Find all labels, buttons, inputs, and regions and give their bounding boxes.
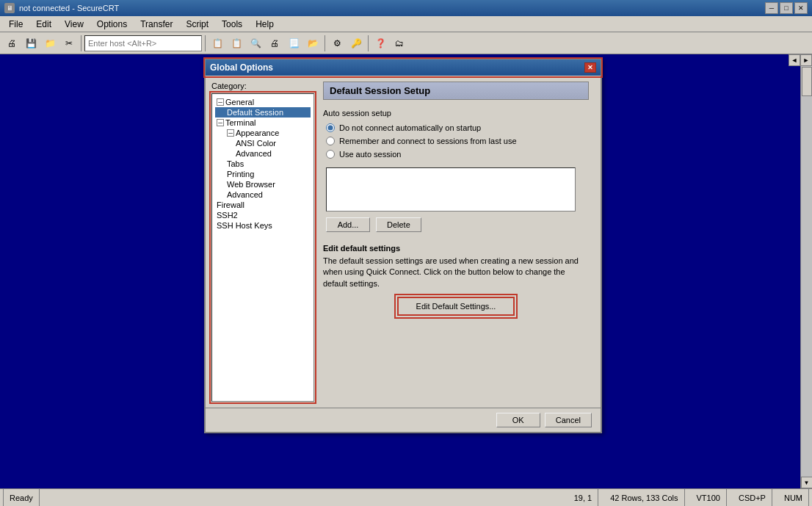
tree-item-default-session[interactable]: Default Session <box>215 107 311 118</box>
tree-item-tabs[interactable]: Tabs <box>215 159 311 169</box>
edit-section-label: Edit default settings <box>323 244 589 253</box>
status-num: NUM <box>778 489 809 506</box>
window-title: not connected - SecureCRT <box>19 4 119 12</box>
toolbar-btn5[interactable]: 📋 <box>209 35 226 52</box>
scroll-thumb[interactable] <box>802 67 812 96</box>
radio-label-2: Remember and connect to sessions from la… <box>339 137 517 145</box>
status-position: 19, 1 <box>568 489 598 506</box>
restore-button[interactable]: □ <box>780 2 793 14</box>
edit-section-desc: The default session settings are used wh… <box>323 256 589 289</box>
session-list-box[interactable] <box>326 167 576 212</box>
status-locale: CSD+P <box>733 489 772 506</box>
tree-item-ssh-host-keys[interactable]: SSH Host Keys <box>215 220 311 231</box>
tree-label-printing: Printing <box>227 170 254 178</box>
menu-file[interactable]: File <box>3 18 29 31</box>
toolbar-btn4[interactable]: ✂ <box>60 35 78 52</box>
tree-label-general: General <box>225 98 254 106</box>
tree-label-ssh2: SSH2 <box>217 211 238 220</box>
toolbar: 🖨 💾 📁 ✂ 📋 📋 🔍 🖨 📃 📂 ⚙ 🔑 ❓ 🗂 <box>0 32 812 54</box>
minimize-button[interactable]: ─ <box>765 2 778 14</box>
tree-item-ssh2[interactable]: SSH2 <box>215 210 311 220</box>
menu-edit[interactable]: Edit <box>30 18 57 31</box>
toolbar-help-btn[interactable]: ❓ <box>371 35 389 52</box>
tree-label-default-session: Default Session <box>227 108 283 117</box>
toolbar-btn7[interactable]: 🔍 <box>247 35 264 52</box>
tree-item-terminal-advanced[interactable]: Advanced <box>215 189 311 200</box>
toolbar-open-btn[interactable]: 💾 <box>22 35 40 52</box>
expand-terminal-icon[interactable]: ─ <box>217 119 224 126</box>
title-bar: 🖥 not connected - SecureCRT ─ □ ✕ <box>0 0 812 16</box>
right-scrollbar: ▲ ▼ <box>800 54 812 488</box>
tree-label-appearance-advanced: Advanced <box>236 149 272 158</box>
scroll-track[interactable] <box>801 66 813 477</box>
menu-options[interactable]: Options <box>91 18 133 31</box>
status-terminal: VT100 <box>691 489 727 506</box>
tree-label-appearance: Appearance <box>236 129 279 137</box>
right-panel: Default Session Setup Auto session setup… <box>314 82 595 402</box>
tree-item-appearance[interactable]: ─ Appearance <box>215 128 311 138</box>
add-delete-buttons: Add... Delete <box>326 217 589 232</box>
app-icon: 🖥 <box>4 3 15 13</box>
toolbar-btn3[interactable]: 📁 <box>41 35 59 52</box>
toolbar-btn10[interactable]: 📂 <box>304 35 322 52</box>
status-ready: Ready <box>3 489 40 506</box>
tree-item-web-browser[interactable]: Web Browser <box>215 179 311 189</box>
tree-label-ssh-host-keys: SSH Host Keys <box>217 221 272 230</box>
status-bar: Ready 19, 1 42 Rows, 133 Cols VT100 CSD+… <box>0 488 812 506</box>
toolbar-sep2 <box>205 35 206 51</box>
delete-button[interactable]: Delete <box>376 217 421 232</box>
expand-general-icon[interactable]: ─ <box>217 98 224 106</box>
expand-appearance-icon[interactable]: ─ <box>227 129 234 137</box>
radio-option-3[interactable]: Use auto session <box>326 150 589 159</box>
radio-option-1[interactable]: Do not connect automatically on startup <box>326 123 589 132</box>
global-options-dialog: Global Options ✕ Category: ─ General Def <box>204 58 602 433</box>
toolbar-btn6[interactable]: 📋 <box>228 35 245 52</box>
menu-bar: File Edit View Options Transfer Script T… <box>0 16 812 32</box>
radio-remember[interactable] <box>326 137 335 145</box>
radio-no-connect[interactable] <box>326 123 335 132</box>
edit-default-settings-button[interactable]: Edit Default Settings... <box>397 297 515 316</box>
tree-item-ansi-color[interactable]: ANSI Color <box>215 138 311 148</box>
toolbar-btn13[interactable]: 🗂 <box>391 35 408 52</box>
toolbar-new-btn[interactable]: 🖨 <box>3 35 21 52</box>
toolbar-sep4 <box>368 35 369 51</box>
tree-item-firewall[interactable]: Firewall <box>215 200 311 210</box>
tree-item-appearance-advanced[interactable]: Advanced <box>215 148 311 159</box>
add-button[interactable]: Add... <box>326 217 370 232</box>
menu-help[interactable]: Help <box>250 18 280 31</box>
status-dimensions: 42 Rows, 133 Cols <box>604 489 684 506</box>
ok-button[interactable]: OK <box>496 413 540 427</box>
cancel-button[interactable]: Cancel <box>545 413 592 427</box>
main-area: ◄ ► ▲ ▼ Global Options ✕ Category: <box>0 54 812 488</box>
toolbar-btn8[interactable]: 🖨 <box>266 35 283 52</box>
radio-option-2[interactable]: Remember and connect to sessions from la… <box>326 137 589 145</box>
category-tree: ─ General Default Session ─ Terminal ─ <box>211 93 314 402</box>
tree-item-printing[interactable]: Printing <box>215 169 311 179</box>
tree-label-terminal: Terminal <box>225 118 256 127</box>
scroll-right-btn[interactable]: ► <box>800 54 812 66</box>
radio-group: Do not connect automatically on startup … <box>326 123 589 159</box>
toolbar-sep1 <box>81 35 81 51</box>
radio-auto-session[interactable] <box>326 150 335 159</box>
menu-script[interactable]: Script <box>180 18 214 31</box>
menu-view[interactable]: View <box>59 18 90 31</box>
scroll-left-btn[interactable]: ◄ <box>789 54 800 66</box>
toolbar-sep3 <box>325 35 325 51</box>
tree-label-tabs: Tabs <box>227 159 244 168</box>
section-header: Default Session Setup <box>323 82 589 100</box>
tree-item-general[interactable]: ─ General <box>215 97 311 107</box>
menu-tools[interactable]: Tools <box>216 18 248 31</box>
host-input[interactable] <box>84 35 202 51</box>
dialog-body: Category: ─ General Default Session ─ Te… <box>206 76 601 408</box>
toolbar-btn9[interactable]: 📃 <box>285 35 302 52</box>
dialog-footer: OK Cancel <box>206 408 601 432</box>
tab-scroll-arrows: ◄ ► <box>789 54 812 66</box>
tree-label-firewall: Firewall <box>217 200 244 209</box>
dialog-close-button[interactable]: ✕ <box>584 62 596 73</box>
menu-transfer[interactable]: Transfer <box>134 18 178 31</box>
toolbar-btn11[interactable]: ⚙ <box>328 35 346 52</box>
toolbar-btn12[interactable]: 🔑 <box>347 35 365 52</box>
scroll-down-btn[interactable]: ▼ <box>801 477 813 488</box>
tree-item-terminal[interactable]: ─ Terminal <box>215 118 311 128</box>
close-button[interactable]: ✕ <box>794 2 808 14</box>
